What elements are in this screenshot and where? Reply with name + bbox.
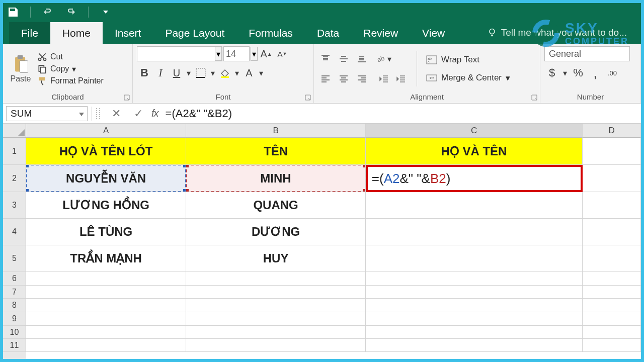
- cell-A11[interactable]: [26, 339, 186, 352]
- currency-dropdown-icon[interactable]: ▾: [561, 65, 569, 80]
- select-all-corner[interactable]: [3, 124, 26, 138]
- cell-D4[interactable]: [583, 219, 641, 245]
- cell-C11[interactable]: [366, 339, 583, 352]
- font-name-selector[interactable]: ▾: [137, 46, 222, 61]
- comma-icon[interactable]: ,: [588, 65, 603, 80]
- cell-B1[interactable]: TÊN: [186, 138, 366, 165]
- cell-B2[interactable]: MINH: [186, 165, 366, 192]
- row-header-3[interactable]: 3: [3, 192, 26, 219]
- column-header-C[interactable]: C: [366, 124, 583, 138]
- font-size-selector[interactable]: 14: [223, 46, 250, 61]
- save-icon[interactable]: [7, 6, 19, 18]
- cell-B3[interactable]: QUANG: [186, 192, 366, 219]
- percent-icon[interactable]: %: [571, 65, 586, 80]
- decrease-indent-icon[interactable]: [376, 71, 391, 86]
- tab-page-layout[interactable]: Page Layout: [153, 22, 236, 44]
- cell-A8[interactable]: [26, 299, 186, 312]
- tab-data[interactable]: Data: [305, 22, 351, 44]
- cell-C9[interactable]: [366, 312, 583, 326]
- cell-D6[interactable]: [583, 272, 641, 286]
- orientation-button[interactable]: ab▾: [376, 51, 391, 66]
- row-header-1[interactable]: 1: [3, 138, 26, 165]
- align-left-icon[interactable]: [318, 71, 333, 86]
- undo-icon[interactable]: [42, 6, 54, 18]
- column-header-A[interactable]: A: [26, 124, 186, 138]
- align-middle-icon[interactable]: [336, 51, 351, 66]
- number-format-selector[interactable]: General: [544, 46, 630, 61]
- decrease-font-icon[interactable]: A▼: [275, 46, 290, 61]
- column-header-D[interactable]: D: [583, 124, 641, 138]
- cell-D5[interactable]: [583, 245, 641, 272]
- tab-insert[interactable]: Insert: [103, 22, 153, 44]
- cell-B5[interactable]: HUY: [186, 245, 366, 272]
- font-color-button[interactable]: A: [242, 65, 257, 80]
- underline-dropdown-icon[interactable]: ▾: [185, 65, 192, 80]
- row-header-7[interactable]: 7: [3, 286, 26, 299]
- cell-C4[interactable]: [366, 219, 583, 245]
- format-painter-button[interactable]: Format Painter: [37, 75, 104, 86]
- cell-D7[interactable]: [583, 286, 641, 299]
- formula-bar-splitter[interactable]: [96, 108, 100, 119]
- tab-file[interactable]: File: [9, 22, 50, 44]
- enter-formula-icon[interactable]: ✓: [127, 106, 149, 121]
- cell-C8[interactable]: [366, 299, 583, 312]
- merge-dropdown-icon[interactable]: ▾: [506, 73, 510, 83]
- bold-button[interactable]: B: [137, 65, 152, 80]
- cell-B10[interactable]: [186, 326, 366, 339]
- increase-decimal-icon[interactable]: .00: [605, 65, 620, 80]
- paste-button[interactable]: Paste: [7, 48, 34, 90]
- cell-C6[interactable]: [366, 272, 583, 286]
- cell-A10[interactable]: [26, 326, 186, 339]
- cell-C3[interactable]: [366, 192, 583, 219]
- customize-qat-icon[interactable]: [100, 6, 112, 18]
- cell-D10[interactable]: [583, 326, 641, 339]
- cell-C1[interactable]: HỌ VÀ TÊN: [366, 138, 583, 165]
- cell-A3[interactable]: LƯƠNG HỒNG: [26, 192, 186, 219]
- borders-dropdown-icon[interactable]: ▾: [209, 65, 216, 80]
- cell-B8[interactable]: [186, 299, 366, 312]
- data-area[interactable]: HỌ VÀ TÊN LÓTTÊNHỌ VÀ TÊNNGUYỄN VĂNMINH=…: [26, 138, 641, 359]
- font-launcher-icon[interactable]: [304, 94, 311, 101]
- tab-home[interactable]: Home: [50, 22, 103, 44]
- clipboard-launcher-icon[interactable]: [123, 94, 130, 101]
- column-header-B[interactable]: B: [186, 124, 366, 138]
- row-header-8[interactable]: 8: [3, 299, 26, 312]
- redo-icon[interactable]: [65, 6, 77, 18]
- row-header-9[interactable]: 9: [3, 312, 26, 326]
- cell-C7[interactable]: [366, 286, 583, 299]
- fill-color-button[interactable]: [217, 65, 232, 80]
- row-header-5[interactable]: 5: [3, 245, 26, 272]
- increase-indent-icon[interactable]: [393, 71, 409, 86]
- cell-A1[interactable]: HỌ VÀ TÊN LÓT: [26, 138, 186, 165]
- name-box[interactable]: SUM: [6, 106, 88, 121]
- alignment-launcher-icon[interactable]: [531, 94, 538, 101]
- cell-A4[interactable]: LÊ TÙNG: [26, 219, 186, 245]
- tab-formulas[interactable]: Formulas: [236, 22, 305, 44]
- cell-A5[interactable]: TRẦN MẠNH: [26, 245, 186, 272]
- cell-C5[interactable]: [366, 245, 583, 272]
- cell-D3[interactable]: [583, 192, 641, 219]
- tab-review[interactable]: Review: [351, 22, 410, 44]
- cancel-formula-icon[interactable]: ✕: [105, 106, 127, 121]
- currency-icon[interactable]: $: [544, 65, 559, 80]
- cell-B4[interactable]: DƯƠNG: [186, 219, 366, 245]
- font-size-dropdown-icon[interactable]: ▾: [251, 47, 258, 61]
- cell-D11[interactable]: [583, 339, 641, 352]
- align-bottom-icon[interactable]: [354, 51, 369, 66]
- merge-center-button[interactable]: Merge & Center ▾: [425, 71, 511, 85]
- formula-input[interactable]: =(A2&" "&B2): [164, 107, 641, 120]
- cell-B11[interactable]: [186, 339, 366, 352]
- cell-D9[interactable]: [583, 312, 641, 326]
- align-top-icon[interactable]: [318, 51, 333, 66]
- cell-A6[interactable]: [26, 272, 186, 286]
- cell-D2[interactable]: [583, 165, 641, 192]
- copy-dropdown-icon[interactable]: ▾: [72, 64, 76, 74]
- cell-B7[interactable]: [186, 286, 366, 299]
- align-right-icon[interactable]: [354, 71, 369, 86]
- cell-B6[interactable]: [186, 272, 366, 286]
- row-header-4[interactable]: 4: [3, 219, 26, 245]
- tab-view[interactable]: View: [410, 22, 457, 44]
- underline-button[interactable]: U: [169, 65, 184, 80]
- cell-B9[interactable]: [186, 312, 366, 326]
- cell-C10[interactable]: [366, 326, 583, 339]
